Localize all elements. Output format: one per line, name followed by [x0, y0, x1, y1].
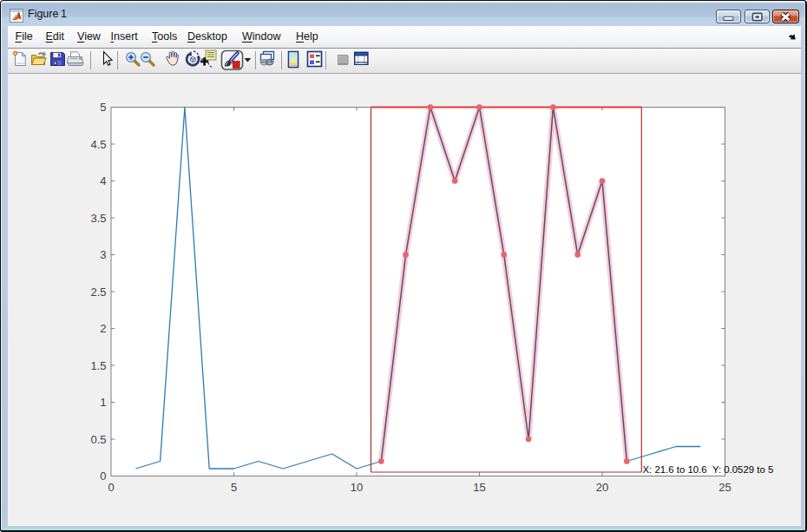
svg-text:4: 4: [100, 174, 106, 187]
svg-text:5: 5: [100, 101, 106, 114]
svg-text:20: 20: [596, 481, 608, 494]
svg-text:3.5: 3.5: [90, 212, 106, 225]
svg-text:1: 1: [100, 396, 106, 409]
svg-text:X: 21.6 to 10.6 Y: 0.0529 to: X: 21.6 to 10.6 Y: 0.0529 to 5: [643, 464, 774, 475]
svg-text:15: 15: [473, 481, 485, 494]
svg-text:25: 25: [718, 481, 731, 494]
svg-text:5: 5: [231, 481, 237, 494]
svg-text:10: 10: [351, 481, 363, 494]
svg-text:0: 0: [100, 470, 106, 483]
svg-text:1.5: 1.5: [90, 359, 106, 372]
svg-text:0.5: 0.5: [90, 433, 106, 446]
svg-text:4.5: 4.5: [90, 138, 106, 151]
svg-text:3: 3: [100, 248, 106, 261]
svg-text:2.5: 2.5: [90, 286, 106, 299]
svg-text:0: 0: [108, 481, 114, 494]
svg-text:2: 2: [100, 322, 106, 335]
